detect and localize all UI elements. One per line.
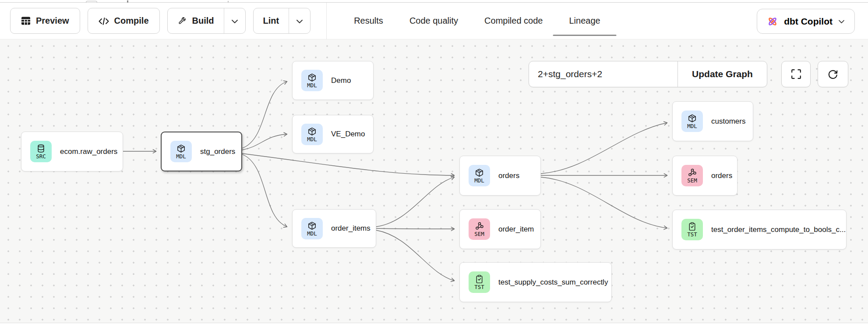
- tab-code-quality[interactable]: Code quality: [409, 3, 458, 39]
- tab-compiled-code-label: Compiled code: [484, 16, 543, 26]
- test-badge: TST: [681, 219, 703, 240]
- model-badge: MDL: [301, 70, 323, 91]
- cube-icon: [688, 114, 697, 123]
- node-label: order_items: [331, 224, 370, 233]
- test-clipboard-icon: [475, 275, 484, 284]
- badge-type-label: MDL: [307, 136, 317, 142]
- results-panel-header: Preview Compile Build Lint: [0, 3, 868, 39]
- semantic-badge: SEM: [469, 218, 490, 240]
- lineage-node-orders-model[interactable]: MDL orders: [459, 156, 541, 196]
- node-label: orders: [498, 171, 519, 180]
- node-label: test_supply_costs_sum_correctly: [498, 278, 608, 287]
- preview-button-label: Preview: [36, 16, 69, 26]
- lineage-node-ecom-raw-orders[interactable]: SRC ecom.raw_orders: [21, 132, 123, 171]
- badge-type-label: MDL: [474, 178, 484, 183]
- tab-results[interactable]: Results: [354, 3, 383, 39]
- panel-tabs: Results Code quality Compiled code Linea…: [354, 3, 600, 39]
- toolbar-divider: [326, 3, 327, 39]
- lineage-node-test-order-items[interactable]: TST test_order_items_compute_to_bools_c.…: [672, 210, 847, 250]
- source-badge: SRC: [30, 141, 52, 162]
- lint-button-label: Lint: [263, 16, 279, 26]
- model-badge: MDL: [170, 141, 192, 162]
- lineage-node-stg-orders[interactable]: MDL stg_orders: [161, 132, 242, 171]
- badge-type-label: SEM: [474, 231, 484, 237]
- lint-button-group: Lint: [253, 8, 311, 34]
- refresh-graph-button[interactable]: [818, 61, 848, 87]
- cube-icon: [307, 127, 317, 136]
- build-button-group: Build: [167, 8, 246, 34]
- build-button[interactable]: Build: [168, 8, 224, 33]
- lineage-node-order-item[interactable]: SEM order_item: [459, 209, 541, 249]
- tab-code-quality-label: Code quality: [409, 16, 458, 26]
- chevron-down-icon: [296, 18, 303, 24]
- lineage-node-orders-semantic[interactable]: SEM orders: [672, 156, 737, 196]
- lint-button[interactable]: Lint: [254, 8, 289, 33]
- database-icon: [36, 144, 46, 153]
- model-badge: MDL: [469, 165, 490, 186]
- badge-type-label: MDL: [307, 231, 317, 236]
- badge-type-label: MDL: [307, 82, 317, 88]
- lineage-canvas[interactable]: SRC ecom.raw_orders MDL stg_orders MDL D…: [0, 39, 868, 323]
- node-label: orders: [711, 171, 732, 180]
- table-icon: [21, 16, 31, 25]
- test-badge: TST: [469, 271, 490, 293]
- badge-type-label: SEM: [687, 178, 697, 183]
- build-button-label: Build: [192, 16, 214, 26]
- chevron-down-icon: [231, 18, 238, 24]
- dbt-ide-page: Preview Compile Build Lint: [0, 0, 868, 328]
- chevron-down-icon: [838, 19, 845, 24]
- lineage-node-customers[interactable]: MDL customers: [672, 101, 753, 141]
- lineage-selector-input[interactable]: 2+stg_orders+2: [529, 61, 677, 87]
- dbt-copilot-label: dbt Copilot: [784, 16, 833, 27]
- tab-lineage-label: Lineage: [569, 16, 600, 26]
- node-label: stg_orders: [200, 147, 235, 156]
- model-badge: MDL: [301, 124, 323, 145]
- test-clipboard-icon: [688, 222, 697, 231]
- cube-icon: [307, 73, 317, 82]
- tab-lineage[interactable]: Lineage: [569, 3, 600, 39]
- node-label: test_order_items_compute_to_bools_c...: [711, 225, 846, 234]
- lint-dropdown-button[interactable]: [289, 8, 310, 33]
- badge-type-label: MDL: [176, 153, 186, 159]
- semantic-graph-icon: [475, 221, 484, 231]
- dbt-copilot-button[interactable]: dbt Copilot: [757, 9, 855, 34]
- compile-button-label: Compile: [114, 16, 149, 26]
- action-toolbar: Preview Compile Build Lint: [0, 3, 327, 39]
- semantic-graph-icon: [688, 168, 697, 177]
- node-label: customers: [711, 117, 745, 126]
- node-label: Demo: [331, 76, 351, 85]
- lineage-node-test-supply-costs[interactable]: TST test_supply_costs_sum_correctly: [459, 262, 612, 302]
- wrench-icon: [177, 16, 187, 26]
- fullscreen-icon: [791, 69, 801, 79]
- update-graph-button[interactable]: Update Graph: [677, 61, 767, 87]
- tab-compiled-code[interactable]: Compiled code: [484, 3, 543, 39]
- cube-icon: [307, 221, 317, 230]
- dbt-logo-icon: [767, 16, 778, 27]
- cube-icon: [176, 144, 186, 153]
- lineage-node-ve-demo[interactable]: MDL VE_Demo: [292, 115, 374, 153]
- badge-type-label: TST: [474, 284, 484, 290]
- semantic-badge: SEM: [681, 165, 703, 186]
- node-label: VE_Demo: [331, 130, 365, 139]
- refresh-icon: [827, 68, 839, 80]
- tab-results-label: Results: [354, 16, 383, 26]
- preview-button[interactable]: Preview: [10, 8, 80, 34]
- statusbar-strip: [0, 323, 868, 328]
- badge-type-label: TST: [687, 232, 697, 237]
- code-icon: [99, 17, 109, 25]
- lineage-node-order-items[interactable]: MDL order_items: [292, 209, 376, 248]
- lineage-node-demo[interactable]: MDL Demo: [292, 61, 374, 100]
- lineage-selector-bar: 2+stg_orders+2 Update Graph: [529, 61, 767, 87]
- cube-icon: [475, 168, 484, 177]
- node-label: ecom.raw_orders: [60, 147, 117, 156]
- build-dropdown-button[interactable]: [224, 8, 245, 33]
- fullscreen-button[interactable]: [781, 61, 811, 87]
- active-tab-underline: [553, 35, 617, 36]
- node-label: order_item: [498, 225, 534, 234]
- badge-type-label: SRC: [36, 153, 46, 159]
- compile-button[interactable]: Compile: [88, 8, 160, 34]
- badge-type-label: MDL: [687, 123, 697, 129]
- model-badge: MDL: [301, 218, 323, 239]
- model-badge: MDL: [681, 111, 703, 132]
